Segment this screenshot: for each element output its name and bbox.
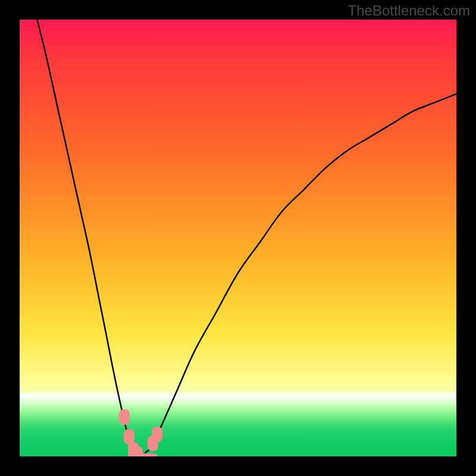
chart-frame: TheBottleneck.com [0, 0, 476, 476]
watermark-text: TheBottleneck.com [348, 2, 470, 19]
curve-marker-bottom [128, 453, 158, 456]
plot-area [20, 20, 456, 456]
curve-marker [119, 409, 130, 425]
curve-marker [152, 427, 162, 442]
bottleneck-curve [20, 20, 456, 456]
